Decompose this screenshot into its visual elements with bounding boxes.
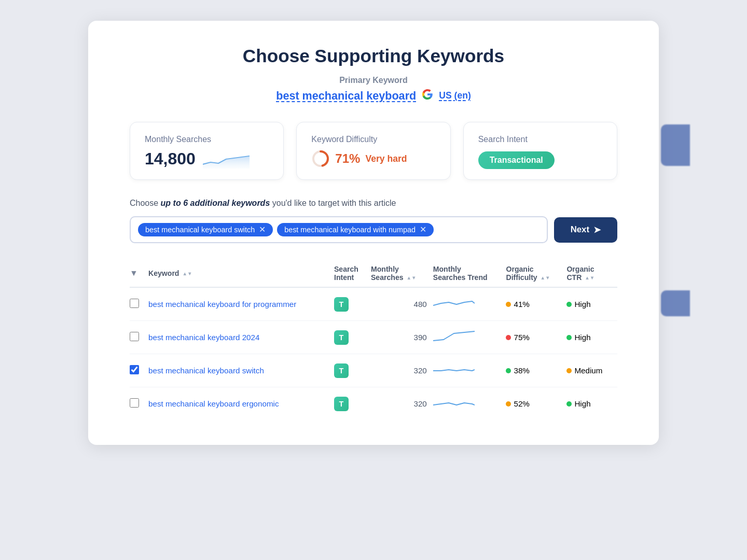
keyword-sort-icon[interactable]: ▲▼	[182, 271, 192, 276]
tag-2-label: best mechanical keyboard with numpad	[284, 226, 416, 234]
th-check: ▼	[130, 260, 148, 287]
row-trend	[433, 387, 506, 421]
table-body: best mechanical keyboard for programmerT…	[130, 287, 617, 420]
primary-keyword-label: Primary Keyword	[130, 76, 617, 85]
row-checkbox-cell	[130, 387, 148, 421]
row-monthly-searches: 390	[371, 321, 433, 354]
page-title: Choose Supporting Keywords	[130, 46, 617, 66]
choose-instruction: Choose up to 6 additional keywords you'd…	[130, 199, 617, 208]
keyword-difficulty-card: Keyword Difficulty 71% Very hard	[296, 122, 450, 180]
tag-1-label: best mechanical keyboard switch	[145, 226, 255, 234]
table-row: best mechanical keyboard for programmerT…	[130, 287, 617, 321]
intent-badge: T	[334, 363, 349, 378]
keyword-difficulty-value-row: 71% Very hard	[311, 149, 435, 168]
keyword-table: ▼ Keyword ▲▼ SearchIntent MonthlySearche…	[130, 260, 617, 420]
row-monthly-searches: 320	[371, 387, 433, 421]
th-difficulty: OrganicDifficulty ▲▼	[506, 260, 566, 287]
side-panel-2	[661, 290, 690, 316]
google-icon	[421, 88, 434, 103]
row-monthly-searches: 480	[371, 287, 433, 321]
keyword-link[interactable]: best mechanical keyboard switch	[148, 366, 264, 375]
row-checkbox[interactable]	[130, 398, 139, 408]
monthly-searches-card: Monthly Searches 14,800	[130, 122, 284, 180]
intent-badge: T	[334, 397, 349, 411]
next-arrow-icon: ➤	[593, 225, 601, 235]
monthly-searches-sparkline	[203, 150, 250, 169]
row-checkbox-cell	[130, 354, 148, 387]
difficulty-value: 41%	[514, 300, 529, 309]
trend-sparkline	[433, 328, 475, 345]
location-text[interactable]: US (en)	[439, 90, 471, 101]
difficulty-dot	[506, 368, 511, 373]
intent-badge: T	[334, 330, 349, 345]
row-checkbox-cell	[130, 287, 148, 321]
row-trend	[433, 321, 506, 354]
difficulty-level: Very hard	[365, 153, 407, 164]
th-ctr: OrganicCTR ▲▼	[566, 260, 617, 287]
trend-sparkline	[433, 295, 475, 312]
row-ctr: Medium	[566, 354, 617, 387]
tag-2: best mechanical keyboard with numpad ✕	[277, 223, 434, 236]
ctr-dot	[566, 302, 572, 307]
ctr-value: High	[574, 399, 590, 408]
row-difficulty: 52%	[506, 387, 566, 421]
difficulty-percent: 71%	[335, 151, 360, 166]
search-intent-label: Search Intent	[478, 135, 602, 144]
row-checkbox[interactable]	[130, 365, 139, 374]
row-ctr: High	[566, 287, 617, 321]
difficulty-dot	[506, 302, 511, 307]
ctr-dot	[566, 335, 572, 340]
row-ctr: High	[566, 321, 617, 354]
table-row: best mechanical keyboard ergonomicT320 5…	[130, 387, 617, 421]
main-card: Choose Supporting Keywords Primary Keywo…	[88, 21, 659, 445]
row-intent: T	[334, 354, 371, 387]
row-keyword: best mechanical keyboard 2024	[148, 321, 334, 354]
ctr-sort-icon[interactable]: ▲▼	[585, 275, 594, 281]
row-keyword: best mechanical keyboard switch	[148, 354, 334, 387]
row-difficulty: 75%	[506, 321, 566, 354]
row-checkbox-cell	[130, 321, 148, 354]
difficulty-dot	[506, 401, 511, 407]
row-difficulty: 41%	[506, 287, 566, 321]
tag-1-close[interactable]: ✕	[259, 226, 266, 234]
row-monthly-searches: 320	[371, 354, 433, 387]
difficulty-dot	[506, 335, 511, 340]
difficulty-value: 75%	[514, 333, 529, 342]
tags-row: best mechanical keyboard switch ✕ best m…	[130, 216, 617, 243]
table-row: best mechanical keyboard 2024T390 75%Hig…	[130, 321, 617, 354]
difficulty-value: 38%	[514, 366, 529, 375]
th-search-intent: SearchIntent	[334, 260, 371, 287]
difficulty-value: 52%	[514, 399, 529, 408]
trend-sparkline	[433, 395, 475, 411]
side-panel-1	[661, 124, 690, 166]
monthly-sort-icon[interactable]: ▲▼	[406, 275, 416, 281]
ctr-dot	[566, 368, 572, 373]
th-monthly-searches: MonthlySearches ▲▼	[371, 260, 433, 287]
search-intent-badge: Transactional	[478, 151, 555, 169]
th-keyword: Keyword ▲▼	[148, 260, 334, 287]
difficulty-sort-icon[interactable]: ▲▼	[541, 275, 550, 281]
keyword-link[interactable]: best mechanical keyboard 2024	[148, 333, 259, 342]
tag-1: best mechanical keyboard switch ✕	[138, 223, 273, 236]
tags-input-area[interactable]: best mechanical keyboard switch ✕ best m…	[130, 216, 548, 243]
search-intent-badge-wrap: Transactional	[478, 149, 602, 169]
row-trend	[433, 354, 506, 387]
row-checkbox[interactable]	[130, 332, 139, 341]
search-intent-card: Search Intent Transactional	[463, 122, 617, 180]
monthly-searches-label: Monthly Searches	[145, 135, 269, 144]
primary-keyword-text[interactable]: best mechanical keyboard	[276, 89, 416, 103]
keyword-link[interactable]: best mechanical keyboard ergonomic	[148, 399, 279, 408]
table-header: ▼ Keyword ▲▼ SearchIntent MonthlySearche…	[130, 260, 617, 287]
row-difficulty: 38%	[506, 354, 566, 387]
row-checkbox[interactable]	[130, 299, 139, 308]
intent-badge: T	[334, 297, 349, 312]
tag-2-close[interactable]: ✕	[420, 226, 426, 234]
check-dropdown-arrow[interactable]: ▼	[130, 269, 138, 277]
primary-keyword-row: best mechanical keyboard US (en)	[130, 88, 617, 103]
next-button[interactable]: Next ➤	[554, 217, 617, 243]
keyword-link[interactable]: best mechanical keyboard for programmer	[148, 300, 296, 309]
ctr-value: High	[574, 300, 590, 309]
trend-sparkline	[433, 361, 475, 378]
row-intent: T	[334, 287, 371, 321]
monthly-searches-value-row: 14,800	[145, 149, 269, 169]
